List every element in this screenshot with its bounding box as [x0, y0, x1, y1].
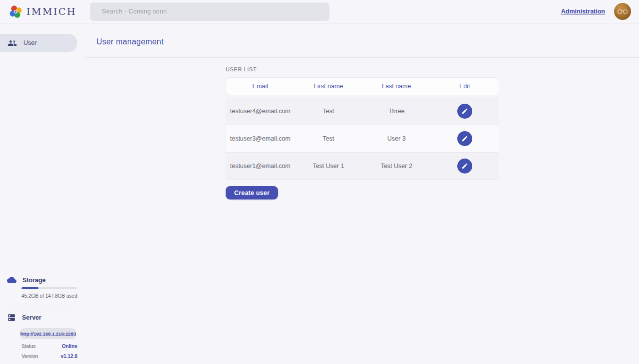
top-bar: IMMICH Administration: [0, 0, 639, 23]
server-url-badge: http://192.168.1.216:2283: [20, 328, 76, 339]
pencil-icon: [461, 163, 468, 170]
storage-progress-fill: [21, 287, 38, 289]
search-bar: [90, 2, 329, 21]
server-section-header: Server: [0, 313, 77, 322]
cell-last-name: Test User 2: [362, 163, 431, 170]
cell-first-name: Test: [295, 135, 363, 142]
create-user-button[interactable]: Create user: [226, 186, 278, 199]
administration-link[interactable]: Administration: [561, 8, 605, 15]
brand-wordmark: IMMICH: [26, 6, 76, 17]
storage-section-header: Storage: [0, 276, 77, 284]
server-status-label: Status: [21, 344, 35, 349]
server-status-value: Online: [62, 344, 77, 349]
sidebar-divider: [7, 306, 77, 306]
glasses-icon: [617, 8, 628, 14]
edit-user-button[interactable]: [457, 159, 472, 174]
table-row: testuser1@email.com Test User 1 Test Use…: [226, 152, 499, 180]
server-version-value: v1.12.0: [61, 354, 77, 359]
table-row: testuser3@email.com Test User 3: [226, 125, 499, 152]
page-title: User management: [96, 37, 639, 46]
storage-usage-text: 45.2GB of 147.8GB used: [21, 293, 77, 299]
immich-logo-icon: [9, 5, 22, 18]
server-title: Server: [22, 314, 41, 321]
cell-email: testuser1@email.com: [226, 163, 295, 170]
sidebar-item-user-label: User: [23, 39, 36, 46]
users-icon: [7, 38, 17, 48]
avatar[interactable]: [614, 3, 631, 20]
user-list-label: USER LIST: [226, 66, 639, 72]
sidebar-item-user[interactable]: User: [0, 34, 77, 52]
table-body: testuser4@email.com Test Three te: [226, 97, 499, 180]
cell-first-name: Test: [295, 108, 363, 115]
table-header-row: Email First name Last name Edit: [226, 77, 499, 95]
brand[interactable]: IMMICH: [0, 5, 90, 18]
sidebar: User Storage 45.2GB of 147.8GB used: [0, 23, 77, 364]
server-icon: [7, 313, 16, 322]
column-header-first-name: First name: [295, 83, 363, 90]
cell-email: testuser4@email.com: [226, 108, 295, 115]
cell-email: testuser3@email.com: [226, 135, 295, 142]
column-header-last-name: Last name: [362, 83, 431, 90]
cloud-icon: [7, 276, 16, 284]
table-row: testuser4@email.com Test Three: [226, 97, 499, 125]
search-input[interactable]: [90, 2, 329, 21]
server-version-label: Version: [21, 354, 38, 359]
cell-last-name: User 3: [362, 135, 431, 142]
column-header-email: Email: [226, 83, 295, 90]
column-header-edit: Edit: [431, 83, 499, 90]
main-panel: User management USER LIST Email First na…: [77, 23, 639, 364]
storage-progress-bar: [21, 287, 77, 289]
cell-last-name: Three: [362, 108, 431, 115]
user-table: Email First name Last name Edit testuser…: [226, 77, 499, 180]
edit-user-button[interactable]: [457, 131, 472, 146]
main-header: User management: [85, 23, 639, 58]
cell-first-name: Test User 1: [295, 163, 363, 170]
server-status-row: Status Online: [21, 344, 77, 349]
pencil-icon: [461, 135, 468, 142]
server-version-row: Version v1.12.0: [21, 354, 77, 359]
pencil-icon: [461, 108, 468, 115]
storage-title: Storage: [22, 277, 46, 284]
edit-user-button[interactable]: [457, 104, 472, 119]
